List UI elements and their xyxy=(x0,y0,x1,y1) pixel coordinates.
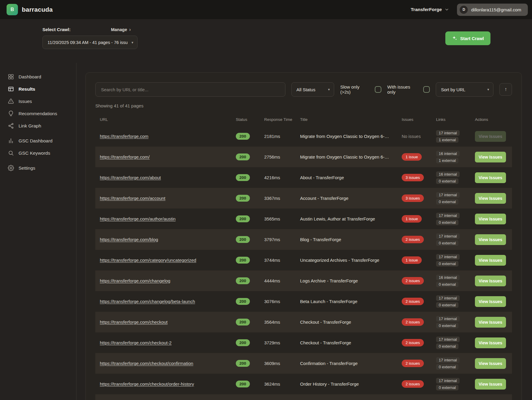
page-url-link[interactable]: https://transferforge.com/changelog/beta… xyxy=(100,299,195,304)
column-header-title: Title xyxy=(296,117,397,122)
slow-only-filter: Slow only (>2s) xyxy=(340,84,381,95)
page-url-link[interactable]: https://transferforge.com/author/austin xyxy=(100,216,175,221)
view-issues-button[interactable]: View Issues xyxy=(475,172,506,183)
status-badge: 200 xyxy=(236,257,250,264)
response-time: 3367ms xyxy=(260,196,296,201)
issues-badge: 1 issue xyxy=(402,256,422,264)
sidebar-item-link-graph[interactable]: Link Graph xyxy=(0,120,76,132)
internal-links-tag: 16 internal xyxy=(436,151,460,156)
status-cell: 200 xyxy=(231,195,260,202)
sidebar-item-issues[interactable]: Issues xyxy=(0,95,76,107)
view-issues-button[interactable]: View Issues xyxy=(475,358,506,369)
page-title: Austin Lewis, Author at TransferForge xyxy=(296,216,397,221)
page-title: About - TransferForge xyxy=(296,175,397,180)
links-cell: 17 internal 0 external xyxy=(432,213,470,225)
table-row: https://transferforge.com/blog 200 3797m… xyxy=(95,229,512,250)
sidebar-item-results[interactable]: Results xyxy=(0,83,76,95)
view-issues-button[interactable]: View Issues xyxy=(475,255,506,266)
internal-links-tag: 17 internal xyxy=(436,192,460,198)
layout: Dashboard Results Issues Recommendations… xyxy=(0,63,532,400)
external-links-tag: 0 external xyxy=(436,282,458,287)
view-issues-button[interactable]: View Issues xyxy=(475,296,506,307)
sidebar-item-dashboard[interactable]: Dashboard xyxy=(0,71,76,83)
search-input[interactable] xyxy=(95,82,285,97)
sidebar-item-gsc-keywords[interactable]: GSC Keywords xyxy=(0,147,76,159)
table-header: URL Status Response Time Title Issues Li… xyxy=(95,117,512,126)
page-url-link[interactable]: https://transferforge.com/category/uncat… xyxy=(100,258,196,263)
status-badge: 200 xyxy=(236,236,250,243)
issues-badge: 1 issue xyxy=(402,153,422,161)
avatar-initial: D xyxy=(463,7,465,12)
view-issues-button[interactable]: View Issues xyxy=(475,214,506,224)
view-issues-button[interactable]: View Issues xyxy=(475,379,506,390)
manage-crawls-link[interactable]: Manage › xyxy=(111,27,131,32)
page-url-link[interactable]: https://transferforge.com/changelog xyxy=(100,278,170,283)
crawl-select-value: 11/20/2025 09:34 AM - 41 pages - 76 issu xyxy=(48,40,128,45)
with-issues-checkbox[interactable] xyxy=(423,86,430,93)
sort-select[interactable]: Sort by URL ▾ xyxy=(436,82,493,97)
issues-badge: 2 issues xyxy=(402,339,424,346)
project-switcher[interactable]: TransferForge xyxy=(411,7,449,12)
page-url-link[interactable]: https://transferforge.com/about xyxy=(100,175,161,180)
view-issues-button[interactable]: View Issues xyxy=(475,152,506,162)
view-issues-button[interactable]: View Issues xyxy=(475,131,506,142)
slow-only-checkbox[interactable] xyxy=(375,86,381,93)
response-time: 3565ms xyxy=(260,216,296,221)
page-url-link[interactable]: https://transferforge.com/checkout-2 xyxy=(100,340,172,345)
sidebar-item-settings[interactable]: Settings xyxy=(0,162,76,174)
table-row: https://transferforge.com 200 2181ms Mig… xyxy=(95,126,512,147)
page-url-link[interactable]: https://transferforge.com xyxy=(100,134,149,139)
page-title: Checkout - TransferForge xyxy=(296,340,397,345)
page-title: Blog - TransferForge xyxy=(296,237,397,242)
app-logo: B xyxy=(7,4,18,15)
user-email: dillonlara115@gmail.com xyxy=(471,7,521,12)
sort-direction-button[interactable]: ↑ xyxy=(499,83,512,96)
actions-cell: View Issues xyxy=(470,214,512,224)
sidebar-item-gsc-dashboard[interactable]: GSC Dashboard xyxy=(0,135,76,147)
issues-badge: 2 issues xyxy=(402,318,424,326)
start-crawl-button[interactable]: Start Crawl xyxy=(445,31,490,45)
status-badge: 200 xyxy=(236,133,250,140)
page-url-link[interactable]: https://transferforge.com/ xyxy=(100,154,150,159)
user-menu[interactable]: D dillonlara115@gmail.com xyxy=(457,4,528,16)
issues-cell: 1 issue xyxy=(397,256,432,264)
external-links-tag: 0 external xyxy=(436,178,458,184)
sidebar-item-label: Results xyxy=(19,86,35,92)
response-time: 3744ms xyxy=(260,258,296,263)
sidebar-item-recommendations[interactable]: Recommendations xyxy=(0,107,76,120)
issues-cell: 3 issues xyxy=(397,194,432,202)
url-cell: https://transferforge.com/checkout-2 xyxy=(95,340,231,346)
sparkles-icon xyxy=(452,36,457,41)
column-header-url: URL xyxy=(95,117,231,122)
response-time: 3564ms xyxy=(260,320,296,325)
view-issues-button[interactable]: View Issues xyxy=(475,317,506,328)
with-issues-filter: With issues only xyxy=(387,84,430,95)
sidebar-item-label: Link Graph xyxy=(19,123,41,129)
gear-icon xyxy=(8,165,14,171)
page-url-link[interactable]: https://transferforge.com/checkout/order… xyxy=(100,381,194,387)
brand: B barracuda xyxy=(7,4,53,15)
page-url-link[interactable]: https://transferforge.com/checkout/confi… xyxy=(100,361,193,366)
status-cell: 200 xyxy=(231,381,260,387)
page-url-link[interactable]: https://transferforge.com/account xyxy=(100,196,165,201)
logo-letter: B xyxy=(10,7,14,12)
internal-links-tag: 16 internal xyxy=(436,275,460,280)
view-issues-button[interactable]: View Issues xyxy=(475,234,506,245)
page-url-link[interactable]: https://transferforge.com/blog xyxy=(100,237,158,242)
arrow-up-icon: ↑ xyxy=(505,86,507,92)
view-issues-button[interactable]: View Issues xyxy=(475,276,506,286)
issues-cell: 2 issues xyxy=(397,236,432,243)
issues-badge: No issues xyxy=(402,134,421,139)
page-title: Account - TransferForge xyxy=(296,196,397,201)
status-filter-select[interactable]: All Status ▾ xyxy=(291,82,334,97)
table-row: https://transferforge.com/ 200 2756ms Mi… xyxy=(95,147,512,167)
external-links-tag: 1 external xyxy=(436,137,458,143)
page-url-link[interactable]: https://transferforge.com/checkout xyxy=(100,320,168,325)
view-issues-button[interactable]: View Issues xyxy=(475,193,506,204)
url-cell: https://transferforge.com/blog xyxy=(95,237,231,242)
external-links-tag: 0 external xyxy=(436,323,458,328)
view-issues-button[interactable]: View Issues xyxy=(475,337,506,348)
crawl-select[interactable]: 11/20/2025 09:34 AM - 41 pages - 76 issu… xyxy=(42,36,137,49)
url-cell: https://transferforge.com/author/austin xyxy=(95,216,231,222)
issues-badge: 2 issues xyxy=(402,277,424,285)
